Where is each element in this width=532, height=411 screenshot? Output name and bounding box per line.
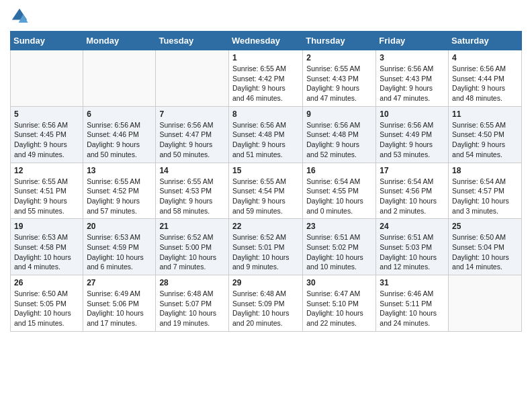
day-number: 27 — [87, 278, 152, 287]
calendar-week-row: 5Sunrise: 6:56 AM Sunset: 4:45 PM Daylig… — [11, 106, 522, 163]
day-number: 9 — [306, 109, 372, 119]
calendar-cell: 10Sunrise: 6:56 AM Sunset: 4:49 PM Dayli… — [376, 106, 449, 163]
day-info: Sunrise: 6:56 AM Sunset: 4:44 PM Dayligh… — [452, 64, 518, 103]
day-number: 20 — [87, 222, 152, 231]
weekday-header-friday: Friday — [376, 32, 449, 50]
calendar-cell: 2Sunrise: 6:55 AM Sunset: 4:43 PM Daylig… — [303, 50, 376, 107]
calendar-cell: 23Sunrise: 6:51 AM Sunset: 5:02 PM Dayli… — [303, 219, 376, 275]
day-number: 15 — [232, 166, 299, 175]
weekday-header-sunday: Sunday — [11, 32, 83, 50]
day-number: 6 — [87, 109, 152, 119]
calendar-cell: 17Sunrise: 6:54 AM Sunset: 4:56 PM Dayli… — [376, 163, 449, 219]
day-info: Sunrise: 6:51 AM Sunset: 5:03 PM Dayligh… — [380, 232, 445, 272]
calendar-cell: 24Sunrise: 6:51 AM Sunset: 5:03 PM Dayli… — [376, 219, 449, 275]
calendar-cell: 19Sunrise: 6:53 AM Sunset: 4:58 PM Dayli… — [11, 219, 83, 275]
day-number: 31 — [380, 278, 445, 287]
day-info: Sunrise: 6:52 AM Sunset: 5:00 PM Dayligh… — [159, 232, 225, 272]
day-info: Sunrise: 6:52 AM Sunset: 5:01 PM Dayligh… — [232, 232, 299, 272]
day-info: Sunrise: 6:48 AM Sunset: 5:07 PM Dayligh… — [159, 289, 225, 328]
calendar-week-row: 19Sunrise: 6:53 AM Sunset: 4:58 PM Dayli… — [11, 219, 522, 275]
day-info: Sunrise: 6:55 AM Sunset: 4:50 PM Dayligh… — [452, 120, 518, 160]
calendar-cell: 11Sunrise: 6:55 AM Sunset: 4:50 PM Dayli… — [449, 106, 522, 163]
calendar-cell: 3Sunrise: 6:56 AM Sunset: 4:43 PM Daylig… — [376, 50, 449, 107]
calendar-cell: 14Sunrise: 6:55 AM Sunset: 4:53 PM Dayli… — [156, 163, 229, 219]
calendar-cell: 7Sunrise: 6:56 AM Sunset: 4:47 PM Daylig… — [156, 106, 229, 163]
day-info: Sunrise: 6:56 AM Sunset: 4:45 PM Dayligh… — [14, 120, 79, 160]
day-info: Sunrise: 6:55 AM Sunset: 4:42 PM Dayligh… — [232, 64, 299, 103]
logo — [10, 7, 32, 26]
day-info: Sunrise: 6:55 AM Sunset: 4:51 PM Dayligh… — [14, 177, 79, 216]
day-number: 5 — [14, 109, 79, 119]
calendar-cell: 15Sunrise: 6:55 AM Sunset: 4:54 PM Dayli… — [228, 163, 302, 219]
day-info: Sunrise: 6:54 AM Sunset: 4:56 PM Dayligh… — [380, 177, 445, 216]
weekday-header-saturday: Saturday — [449, 32, 522, 50]
calendar-cell — [156, 50, 229, 107]
logo-icon — [10, 7, 29, 26]
day-info: Sunrise: 6:47 AM Sunset: 5:10 PM Dayligh… — [306, 289, 372, 328]
day-info: Sunrise: 6:53 AM Sunset: 4:59 PM Dayligh… — [87, 232, 152, 272]
calendar-week-row: 26Sunrise: 6:50 AM Sunset: 5:05 PM Dayli… — [11, 275, 522, 332]
calendar-cell: 21Sunrise: 6:52 AM Sunset: 5:00 PM Dayli… — [156, 219, 229, 275]
day-number: 13 — [87, 166, 152, 175]
day-number: 25 — [452, 222, 518, 231]
calendar-cell: 28Sunrise: 6:48 AM Sunset: 5:07 PM Dayli… — [156, 275, 229, 332]
calendar-cell — [83, 50, 156, 107]
calendar-cell: 16Sunrise: 6:54 AM Sunset: 4:55 PM Dayli… — [303, 163, 376, 219]
day-info: Sunrise: 6:55 AM Sunset: 4:53 PM Dayligh… — [159, 177, 225, 216]
calendar-cell: 8Sunrise: 6:56 AM Sunset: 4:48 PM Daylig… — [228, 106, 302, 163]
day-number: 7 — [159, 109, 225, 119]
day-number: 14 — [159, 166, 225, 175]
calendar-cell: 20Sunrise: 6:53 AM Sunset: 4:59 PM Dayli… — [83, 219, 156, 275]
day-info: Sunrise: 6:46 AM Sunset: 5:11 PM Dayligh… — [380, 289, 445, 328]
day-info: Sunrise: 6:50 AM Sunset: 5:04 PM Dayligh… — [452, 232, 518, 272]
day-info: Sunrise: 6:56 AM Sunset: 4:46 PM Dayligh… — [87, 120, 152, 160]
calendar-cell: 18Sunrise: 6:54 AM Sunset: 4:57 PM Dayli… — [449, 163, 522, 219]
day-number: 10 — [380, 109, 445, 119]
day-info: Sunrise: 6:55 AM Sunset: 4:43 PM Dayligh… — [306, 64, 372, 103]
day-info: Sunrise: 6:56 AM Sunset: 4:49 PM Dayligh… — [380, 120, 445, 160]
day-info: Sunrise: 6:48 AM Sunset: 5:09 PM Dayligh… — [232, 289, 299, 328]
calendar-cell — [11, 50, 83, 107]
calendar-cell: 27Sunrise: 6:49 AM Sunset: 5:06 PM Dayli… — [83, 275, 156, 332]
day-number: 28 — [159, 278, 225, 287]
day-number: 4 — [452, 53, 518, 62]
calendar-cell: 25Sunrise: 6:50 AM Sunset: 5:04 PM Dayli… — [449, 219, 522, 275]
day-info: Sunrise: 6:56 AM Sunset: 4:48 PM Dayligh… — [306, 120, 372, 160]
calendar-cell — [449, 275, 522, 332]
day-number: 17 — [380, 166, 445, 175]
weekday-header-wednesday: Wednesday — [228, 32, 302, 50]
calendar-table: SundayMondayTuesdayWednesdayThursdayFrid… — [10, 31, 522, 332]
day-info: Sunrise: 6:54 AM Sunset: 4:57 PM Dayligh… — [452, 177, 518, 216]
calendar-cell: 13Sunrise: 6:55 AM Sunset: 4:52 PM Dayli… — [83, 163, 156, 219]
day-info: Sunrise: 6:55 AM Sunset: 4:54 PM Dayligh… — [232, 177, 299, 216]
calendar-cell: 4Sunrise: 6:56 AM Sunset: 4:44 PM Daylig… — [449, 50, 522, 107]
day-info: Sunrise: 6:51 AM Sunset: 5:02 PM Dayligh… — [306, 232, 372, 272]
calendar-cell: 29Sunrise: 6:48 AM Sunset: 5:09 PM Dayli… — [228, 275, 302, 332]
calendar-cell: 9Sunrise: 6:56 AM Sunset: 4:48 PM Daylig… — [303, 106, 376, 163]
day-info: Sunrise: 6:50 AM Sunset: 5:05 PM Dayligh… — [14, 289, 79, 328]
weekday-header-monday: Monday — [83, 32, 156, 50]
day-number: 16 — [306, 166, 372, 175]
day-number: 23 — [306, 222, 372, 231]
calendar-week-row: 1Sunrise: 6:55 AM Sunset: 4:42 PM Daylig… — [11, 50, 522, 107]
calendar-cell: 31Sunrise: 6:46 AM Sunset: 5:11 PM Dayli… — [376, 275, 449, 332]
day-info: Sunrise: 6:56 AM Sunset: 4:47 PM Dayligh… — [159, 120, 225, 160]
calendar-cell: 22Sunrise: 6:52 AM Sunset: 5:01 PM Dayli… — [228, 219, 302, 275]
weekday-header-thursday: Thursday — [303, 32, 376, 50]
day-number: 24 — [380, 222, 445, 231]
day-number: 2 — [306, 53, 372, 62]
calendar-cell: 12Sunrise: 6:55 AM Sunset: 4:51 PM Dayli… — [11, 163, 83, 219]
day-info: Sunrise: 6:49 AM Sunset: 5:06 PM Dayligh… — [87, 289, 152, 328]
day-number: 29 — [232, 278, 299, 287]
day-number: 30 — [306, 278, 372, 287]
page-header — [10, 7, 522, 26]
day-info: Sunrise: 6:54 AM Sunset: 4:55 PM Dayligh… — [306, 177, 372, 216]
weekday-header-row: SundayMondayTuesdayWednesdayThursdayFrid… — [11, 32, 522, 50]
day-number: 26 — [14, 278, 79, 287]
calendar-cell: 30Sunrise: 6:47 AM Sunset: 5:10 PM Dayli… — [303, 275, 376, 332]
day-info: Sunrise: 6:56 AM Sunset: 4:43 PM Dayligh… — [380, 64, 445, 103]
day-number: 18 — [452, 166, 518, 175]
day-number: 1 — [232, 53, 299, 62]
day-number: 11 — [452, 109, 518, 119]
calendar-cell: 26Sunrise: 6:50 AM Sunset: 5:05 PM Dayli… — [11, 275, 83, 332]
